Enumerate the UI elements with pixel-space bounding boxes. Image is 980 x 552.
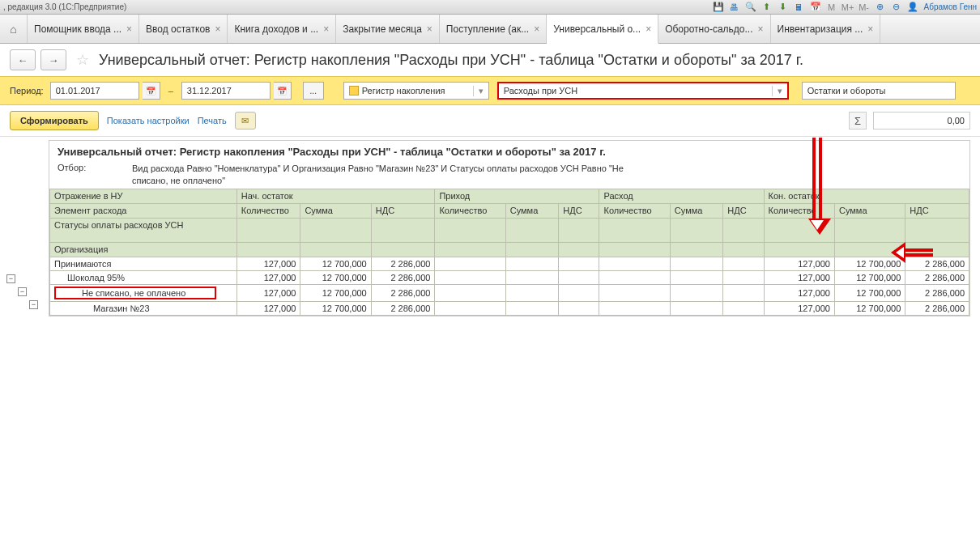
tab-1[interactable]: Ввод остатков× <box>139 15 228 43</box>
home-tab[interactable]: ⌂ <box>0 15 28 43</box>
tab-6[interactable]: Оборотно-сальдо...× <box>658 15 770 43</box>
close-icon[interactable]: × <box>215 23 220 35</box>
close-icon[interactable]: × <box>427 23 432 35</box>
col-inc[interactable]: Приход <box>435 189 599 203</box>
col-status[interactable]: Статусы оплаты расходов УСН <box>50 218 237 242</box>
annotation-arrow-left <box>891 244 933 261</box>
register-type-select[interactable]: Регистр накопления▾ <box>343 82 489 100</box>
tab-5[interactable]: Универсальный о...× <box>547 15 658 44</box>
favorite-icon[interactable]: ☆ <box>76 51 89 69</box>
m-icon[interactable]: M <box>825 1 838 14</box>
period-label: Период: <box>10 86 44 96</box>
tab-4[interactable]: Поступление (ак...× <box>440 15 547 43</box>
sum-value: 0,00 <box>873 112 970 130</box>
register-icon <box>349 86 359 96</box>
col-exp[interactable]: Расход <box>599 189 764 203</box>
col-sum[interactable]: Сумма <box>670 203 723 218</box>
close-icon[interactable]: × <box>867 23 873 35</box>
report-grid[interactable]: Отражение в НУ Нач. остаток Приход Расхо… <box>49 189 969 316</box>
report: Универсальный отчет: Регистр накопления … <box>49 140 970 316</box>
report-area: Универсальный отчет: Регистр накопления … <box>0 140 980 316</box>
annotation-arrow-down <box>808 138 826 244</box>
col-org[interactable]: Организация <box>50 242 237 257</box>
button-bar: Сформировать Показать настройки Печать ✉… <box>0 105 980 137</box>
user-icon: 👤 <box>906 1 919 14</box>
calc-icon[interactable]: 🖩 <box>793 1 806 14</box>
settings-link[interactable]: Показать настройки <box>107 116 190 125</box>
filter-text: Вид расхода Равно "Номенклатура" И Орган… <box>132 163 650 187</box>
close-icon[interactable]: × <box>323 23 329 35</box>
nav-row: ← → ☆ Универсальный отчет: Регистр накоп… <box>0 44 980 76</box>
table-row[interactable]: Магазин №23127,00012 700,0002 286,000127… <box>50 301 969 315</box>
col-el[interactable]: Элемент расхода <box>50 203 237 218</box>
generate-button[interactable]: Сформировать <box>10 111 99 130</box>
forward-button[interactable]: → <box>40 49 66 70</box>
page-title: Универсальный отчет: Регистр накопления … <box>99 52 803 69</box>
tab-3[interactable]: Закрытие месяца× <box>336 15 440 43</box>
mail-button[interactable]: ✉ <box>235 112 256 130</box>
tree-toggle[interactable]: − <box>29 300 38 309</box>
m-minus-icon[interactable]: M- <box>858 1 871 14</box>
col-vat[interactable]: НДС <box>723 203 764 218</box>
tree-toggle-column: − − − <box>6 273 45 316</box>
sum-button[interactable]: Σ <box>849 112 867 130</box>
print-icon[interactable]: 🖶 <box>728 1 741 14</box>
col-qty[interactable]: Количество <box>236 203 300 218</box>
tree-toggle[interactable]: − <box>6 274 15 283</box>
tab-0[interactable]: Помощник ввода ...× <box>28 15 139 43</box>
calendar-icon[interactable]: 📅 <box>809 1 822 14</box>
title-bar: , редакция 3.0 (1С:Предприятие) 💾 🖶 🔍 ⬆ … <box>0 0 980 15</box>
col-sum[interactable]: Сумма <box>300 203 371 218</box>
back-button[interactable]: ← <box>10 49 36 70</box>
chevron-down-icon: ▾ <box>473 86 484 96</box>
col-dim[interactable]: Отражение в НУ <box>50 189 237 203</box>
period-to-input[interactable]: 31.12.2017 <box>181 82 271 100</box>
close-icon[interactable]: × <box>126 23 132 35</box>
col-beg[interactable]: Нач. остаток <box>236 189 435 203</box>
col-vat[interactable]: НДС <box>905 203 969 218</box>
table-row[interactable]: Не списано, не оплачено127,00012 700,000… <box>50 284 969 301</box>
table-select[interactable]: Остатки и обороты <box>802 82 956 100</box>
print-link[interactable]: Печать <box>198 116 227 125</box>
zoom-in-icon[interactable]: ⊕ <box>874 1 887 14</box>
filter-bar: Период: 01.01.2017 📅 – 31.12.2017 📅 ... … <box>0 76 980 105</box>
tab-2[interactable]: Книга доходов и ...× <box>228 15 336 43</box>
save-icon[interactable]: 💾 <box>712 1 725 14</box>
table-row[interactable]: Шоколад 95%127,00012 700,0002 286,000127… <box>50 270 969 284</box>
send-icon[interactable]: ⬆ <box>761 1 773 14</box>
col-vat[interactable]: НДС <box>371 203 435 218</box>
tree-toggle[interactable]: − <box>18 287 27 296</box>
dash: – <box>168 86 173 96</box>
tab-strip: ⌂ Помощник ввода ...× Ввод остатков× Кни… <box>0 15 980 44</box>
col-qty[interactable]: Количество <box>599 203 670 218</box>
col-sum[interactable]: Сумма <box>834 203 905 218</box>
period-picker-button[interactable]: ... <box>303 82 324 100</box>
period-from-input[interactable]: 01.01.2017 <box>50 82 139 100</box>
filter-label: Отбор: <box>58 163 132 187</box>
app-title: , редакция 3.0 (1С:Предприятие) <box>3 2 126 11</box>
register-select[interactable]: Расходы при УСН▾ <box>497 82 789 100</box>
calendar-to-button[interactable]: 📅 <box>274 82 292 100</box>
col-vat[interactable]: НДС <box>559 203 599 218</box>
receive-icon[interactable]: ⬇ <box>777 1 790 14</box>
col-sum[interactable]: Сумма <box>505 203 559 218</box>
table-row[interactable]: Принимаются127,00012 700,0002 286,000127… <box>50 257 969 270</box>
chevron-down-icon: ▾ <box>772 86 782 96</box>
preview-icon[interactable]: 🔍 <box>744 1 757 14</box>
close-icon[interactable]: × <box>534 23 539 35</box>
tab-7[interactable]: Инвентаризация ...× <box>771 15 881 43</box>
m-plus-icon[interactable]: M+ <box>842 1 854 14</box>
col-end[interactable]: Кон. остаток <box>764 189 969 203</box>
calendar-from-button[interactable]: 📅 <box>143 82 160 100</box>
col-qty[interactable]: Количество <box>435 203 505 218</box>
close-icon[interactable]: × <box>758 23 764 35</box>
close-icon[interactable]: × <box>646 23 651 35</box>
user-name[interactable]: Абрамов Генн <box>924 2 977 11</box>
zoom-out-icon[interactable]: ⊖ <box>890 1 903 14</box>
